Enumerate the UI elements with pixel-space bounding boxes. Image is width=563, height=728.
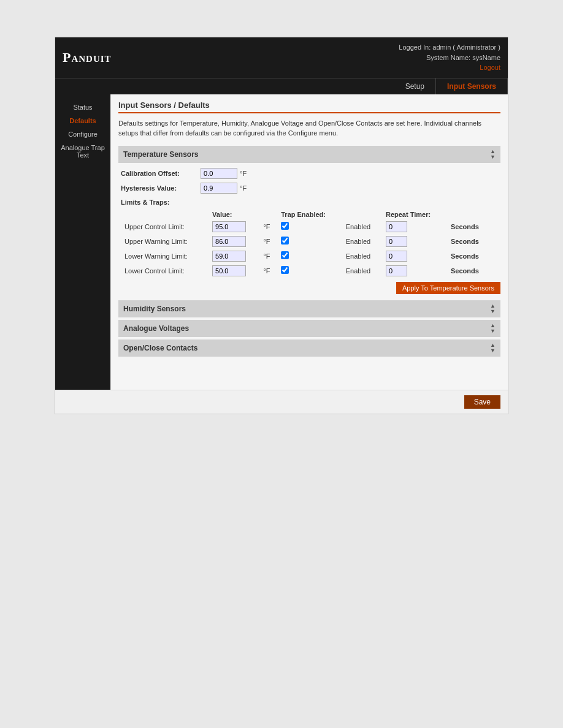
lower-warning-checkbox[interactable] bbox=[281, 251, 289, 259]
table-row: Lower Control Limit: °F Enabled Seconds bbox=[121, 264, 500, 278]
table-row: Upper Control Limit: °F Enabled Seconds bbox=[121, 219, 500, 234]
calibration-offset-unit: °F bbox=[240, 170, 247, 177]
col-limit-label bbox=[121, 210, 209, 219]
save-button[interactable]: Save bbox=[464, 395, 500, 409]
lower-control-repeat[interactable] bbox=[386, 265, 407, 276]
lower-warning-value[interactable] bbox=[212, 251, 246, 262]
lower-warning-unit: °F bbox=[259, 249, 277, 264]
upper-control-label: Upper Control Limit: bbox=[121, 219, 209, 234]
temperature-section-title: Temperature Sensors bbox=[123, 150, 199, 159]
col-seconds bbox=[491, 210, 500, 219]
upper-control-unit: °F bbox=[259, 219, 277, 234]
lower-control-enabled-text: Enabled bbox=[342, 264, 382, 278]
header: Panduit Logged In: admin ( Administrator… bbox=[55, 37, 508, 78]
description: Defaults settings for Temperature, Humid… bbox=[118, 118, 500, 138]
content-area: Input Sensors / Defaults Defaults settin… bbox=[110, 94, 508, 390]
upper-control-repeat[interactable] bbox=[386, 221, 407, 232]
lower-warning-enabled-text: Enabled bbox=[342, 249, 382, 264]
sidebar: Status Defaults Configure Analogue Trap … bbox=[55, 94, 110, 390]
temperature-section-header[interactable]: Temperature Sensors ▲ ▼ bbox=[118, 146, 500, 163]
hysteresis-row: Hysteresis Value: °F bbox=[118, 183, 500, 194]
page-title: Input Sensors / Defaults bbox=[118, 100, 500, 113]
nav-setup[interactable]: Setup bbox=[394, 78, 436, 94]
humidity-section-title: Humidity Sensors bbox=[123, 305, 186, 313]
upper-warning-checkbox[interactable] bbox=[281, 237, 289, 245]
upper-warning-enabled-text: Enabled bbox=[342, 234, 382, 249]
analogue-section-title: Analogue Voltages bbox=[123, 324, 189, 333]
upper-control-seconds: Seconds bbox=[447, 219, 491, 234]
analogue-expand-icon[interactable]: ▲ ▼ bbox=[490, 323, 496, 334]
upper-control-checkbox[interactable] bbox=[281, 222, 289, 230]
col-unit bbox=[259, 210, 277, 219]
upper-warning-unit: °F bbox=[259, 234, 277, 249]
apply-temperature-button[interactable]: Apply To Temperature Sensors bbox=[396, 282, 500, 294]
upper-warning-seconds: Seconds bbox=[447, 234, 491, 249]
sidebar-item-defaults[interactable]: Defaults bbox=[55, 114, 110, 127]
calibration-offset-row: Calibration Offset: °F bbox=[118, 168, 500, 179]
nav-input-sensors[interactable]: Input Sensors bbox=[436, 78, 508, 94]
sidebar-item-status[interactable]: Status bbox=[55, 100, 110, 114]
temperature-expand-icon[interactable]: ▲ ▼ bbox=[490, 149, 496, 160]
lower-control-seconds: Seconds bbox=[447, 264, 491, 278]
logo: Panduit bbox=[63, 50, 112, 66]
table-row: Upper Warning Limit: °F Enabled Seconds bbox=[121, 234, 500, 249]
calibration-offset-label: Calibration Offset: bbox=[121, 170, 201, 177]
logged-in-text: Logged In: admin ( Administrator ) bbox=[399, 42, 500, 53]
main-area: Status Defaults Configure Analogue Trap … bbox=[55, 94, 508, 390]
lower-warning-seconds: Seconds bbox=[447, 249, 491, 264]
openclose-expand-icon[interactable]: ▲ ▼ bbox=[490, 343, 496, 354]
system-name-text: System Name: sysName bbox=[399, 53, 500, 63]
footer: Save bbox=[55, 390, 508, 414]
hysteresis-unit: °F bbox=[240, 184, 247, 192]
calibration-offset-input[interactable] bbox=[201, 168, 237, 179]
limits-section: Limits & Traps: Value: Trap Enabled: Rep… bbox=[118, 199, 500, 278]
col-repeat-timer: Repeat Timer: bbox=[382, 210, 447, 219]
lower-control-unit: °F bbox=[259, 264, 277, 278]
lower-control-label: Lower Control Limit: bbox=[121, 264, 209, 278]
lower-control-value[interactable] bbox=[212, 265, 246, 276]
humidity-expand-icon[interactable]: ▲ ▼ bbox=[490, 303, 496, 314]
upper-warning-repeat[interactable] bbox=[386, 236, 407, 247]
upper-control-enabled-text: Enabled bbox=[342, 219, 382, 234]
sidebar-item-analogue-trap-text[interactable]: Analogue Trap Text bbox=[55, 141, 110, 162]
openclose-section-header[interactable]: Open/Close Contacts ▲ ▼ bbox=[118, 339, 500, 357]
header-info: Logged In: admin ( Administrator ) Syste… bbox=[399, 42, 500, 73]
analogue-section-header[interactable]: Analogue Voltages ▲ ▼ bbox=[118, 320, 500, 337]
humidity-section-header[interactable]: Humidity Sensors ▲ ▼ bbox=[118, 300, 500, 317]
col-repeat-value bbox=[447, 210, 491, 219]
lower-warning-repeat[interactable] bbox=[386, 251, 407, 262]
limits-table: Value: Trap Enabled: Repeat Timer: bbox=[121, 210, 500, 278]
logout-link[interactable]: Logout bbox=[399, 63, 500, 73]
lower-control-checkbox[interactable] bbox=[281, 266, 289, 274]
upper-warning-label: Upper Warning Limit: bbox=[121, 234, 209, 249]
nav-bar: Setup Input Sensors bbox=[55, 78, 508, 94]
hysteresis-input[interactable] bbox=[201, 183, 237, 194]
lower-warning-label: Lower Warning Limit: bbox=[121, 249, 209, 264]
table-row: Lower Warning Limit: °F Enabled Seconds bbox=[121, 249, 500, 264]
upper-control-value[interactable] bbox=[212, 221, 246, 232]
col-enabled-text bbox=[342, 210, 382, 219]
hysteresis-label: Hysteresis Value: bbox=[121, 184, 201, 192]
upper-warning-value[interactable] bbox=[212, 236, 246, 247]
openclose-section-title: Open/Close Contacts bbox=[123, 344, 197, 352]
apply-btn-row: Apply To Temperature Sensors bbox=[118, 282, 500, 294]
col-value: Value: bbox=[209, 210, 259, 219]
sidebar-item-configure[interactable]: Configure bbox=[55, 127, 110, 141]
col-trap-enabled: Trap Enabled: bbox=[277, 210, 342, 219]
limits-label: Limits & Traps: bbox=[121, 199, 500, 206]
